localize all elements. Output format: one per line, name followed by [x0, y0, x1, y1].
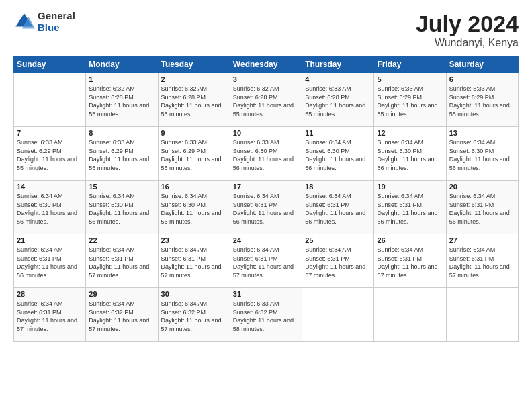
day-detail: Sunrise: 6:34 AMSunset: 6:30 PMDaylight:…	[89, 192, 154, 226]
day-number: 21	[17, 236, 83, 244]
day-detail: Sunrise: 6:34 AMSunset: 6:31 PMDaylight:…	[305, 192, 371, 226]
day-detail: Sunrise: 6:32 AMSunset: 6:28 PMDaylight:…	[161, 85, 227, 118]
calendar-week-row: 21Sunrise: 6:34 AMSunset: 6:31 PMDayligh…	[14, 234, 519, 288]
day-detail: Sunrise: 6:33 AMSunset: 6:32 PMDaylight:…	[233, 300, 299, 333]
logo-general: General	[38, 11, 75, 22]
day-number: 27	[449, 236, 515, 244]
sub-title: Wundanyi, Kenya	[416, 37, 519, 49]
day-number: 15	[89, 183, 154, 191]
calendar-cell	[446, 288, 518, 342]
day-number: 10	[233, 129, 299, 137]
calendar-cell: 14Sunrise: 6:34 AMSunset: 6:30 PMDayligh…	[14, 181, 86, 234]
calendar-day-header: Friday	[374, 56, 446, 73]
day-detail: Sunrise: 6:33 AMSunset: 6:29 PMDaylight:…	[377, 85, 443, 118]
day-detail: Sunrise: 6:32 AMSunset: 6:28 PMDaylight:…	[233, 85, 299, 118]
calendar-cell: 2Sunrise: 6:32 AMSunset: 6:28 PMDaylight…	[158, 73, 230, 127]
day-number: 23	[161, 236, 227, 244]
calendar-day-header: Thursday	[302, 56, 374, 73]
calendar-week-row: 7Sunrise: 6:33 AMSunset: 6:29 PMDaylight…	[14, 127, 519, 181]
day-detail: Sunrise: 6:34 AMSunset: 6:31 PMDaylight:…	[233, 192, 299, 226]
calendar-week-row: 14Sunrise: 6:34 AMSunset: 6:30 PMDayligh…	[14, 181, 519, 234]
day-number: 20	[449, 183, 515, 191]
calendar-cell: 10Sunrise: 6:33 AMSunset: 6:30 PMDayligh…	[230, 127, 302, 181]
calendar-day-header: Tuesday	[158, 56, 230, 73]
calendar-day-header: Sunday	[14, 56, 86, 73]
calendar-week-row: 28Sunrise: 6:34 AMSunset: 6:31 PMDayligh…	[14, 288, 519, 342]
calendar-cell: 1Sunrise: 6:32 AMSunset: 6:28 PMDaylight…	[86, 73, 158, 127]
day-number: 14	[17, 183, 83, 191]
calendar-cell: 6Sunrise: 6:33 AMSunset: 6:29 PMDaylight…	[446, 73, 518, 127]
day-number: 30	[161, 290, 227, 298]
calendar-cell: 22Sunrise: 6:34 AMSunset: 6:31 PMDayligh…	[86, 234, 158, 288]
day-number: 4	[305, 75, 371, 83]
calendar-cell: 17Sunrise: 6:34 AMSunset: 6:31 PMDayligh…	[230, 181, 302, 234]
day-detail: Sunrise: 6:32 AMSunset: 6:28 PMDaylight:…	[89, 85, 154, 118]
calendar-cell: 18Sunrise: 6:34 AMSunset: 6:31 PMDayligh…	[302, 181, 374, 234]
day-number: 7	[17, 129, 83, 137]
calendar-cell: 5Sunrise: 6:33 AMSunset: 6:29 PMDaylight…	[374, 73, 446, 127]
calendar-cell: 8Sunrise: 6:33 AMSunset: 6:29 PMDaylight…	[86, 127, 158, 181]
day-detail: Sunrise: 6:33 AMSunset: 6:29 PMDaylight:…	[161, 138, 227, 172]
calendar-cell: 9Sunrise: 6:33 AMSunset: 6:29 PMDaylight…	[158, 127, 230, 181]
calendar-cell	[302, 288, 374, 342]
day-number: 11	[305, 129, 371, 137]
calendar-cell: 3Sunrise: 6:32 AMSunset: 6:28 PMDaylight…	[230, 73, 302, 127]
day-detail: Sunrise: 6:34 AMSunset: 6:31 PMDaylight:…	[449, 192, 515, 226]
calendar-cell: 30Sunrise: 6:34 AMSunset: 6:32 PMDayligh…	[158, 288, 230, 342]
calendar-cell	[374, 288, 446, 342]
day-detail: Sunrise: 6:34 AMSunset: 6:31 PMDaylight:…	[377, 192, 443, 226]
calendar-header-row: SundayMondayTuesdayWednesdayThursdayFrid…	[14, 56, 519, 73]
calendar-cell: 16Sunrise: 6:34 AMSunset: 6:30 PMDayligh…	[158, 181, 230, 234]
calendar-table: SundayMondayTuesdayWednesdayThursdayFrid…	[13, 56, 519, 342]
day-detail: Sunrise: 6:34 AMSunset: 6:31 PMDaylight:…	[17, 300, 83, 333]
logo-text: General Blue	[38, 11, 75, 33]
day-number: 29	[89, 290, 154, 298]
day-detail: Sunrise: 6:34 AMSunset: 6:31 PMDaylight:…	[305, 246, 371, 279]
calendar-week-row: 1Sunrise: 6:32 AMSunset: 6:28 PMDaylight…	[14, 73, 519, 127]
calendar-cell: 28Sunrise: 6:34 AMSunset: 6:31 PMDayligh…	[14, 288, 86, 342]
day-detail: Sunrise: 6:34 AMSunset: 6:30 PMDaylight:…	[305, 138, 371, 172]
day-detail: Sunrise: 6:33 AMSunset: 6:30 PMDaylight:…	[233, 138, 299, 172]
day-number: 28	[17, 290, 83, 298]
calendar-day-header: Wednesday	[230, 56, 302, 73]
day-detail: Sunrise: 6:34 AMSunset: 6:31 PMDaylight:…	[449, 246, 515, 279]
day-number: 24	[233, 236, 299, 244]
calendar-cell: 21Sunrise: 6:34 AMSunset: 6:31 PMDayligh…	[14, 234, 86, 288]
day-number: 2	[161, 75, 227, 83]
title-block: July 2024 Wundanyi, Kenya	[416, 11, 519, 49]
day-detail: Sunrise: 6:34 AMSunset: 6:30 PMDaylight:…	[17, 192, 83, 226]
day-number: 22	[89, 236, 154, 244]
calendar-cell: 13Sunrise: 6:34 AMSunset: 6:30 PMDayligh…	[446, 127, 518, 181]
day-detail: Sunrise: 6:34 AMSunset: 6:30 PMDaylight:…	[377, 138, 443, 172]
day-detail: Sunrise: 6:34 AMSunset: 6:31 PMDaylight:…	[89, 246, 154, 279]
calendar-cell: 29Sunrise: 6:34 AMSunset: 6:32 PMDayligh…	[86, 288, 158, 342]
logo-icon	[13, 11, 35, 33]
calendar-cell: 31Sunrise: 6:33 AMSunset: 6:32 PMDayligh…	[230, 288, 302, 342]
main-title: July 2024	[416, 11, 519, 37]
day-number: 16	[161, 183, 227, 191]
calendar-day-header: Saturday	[446, 56, 518, 73]
calendar-cell: 20Sunrise: 6:34 AMSunset: 6:31 PMDayligh…	[446, 181, 518, 234]
day-detail: Sunrise: 6:34 AMSunset: 6:30 PMDaylight:…	[449, 138, 515, 172]
logo: General Blue	[13, 11, 75, 33]
logo-blue: Blue	[38, 22, 75, 34]
day-number: 1	[89, 75, 154, 83]
calendar-cell: 23Sunrise: 6:34 AMSunset: 6:31 PMDayligh…	[158, 234, 230, 288]
day-detail: Sunrise: 6:34 AMSunset: 6:32 PMDaylight:…	[161, 300, 227, 333]
day-number: 19	[377, 183, 443, 191]
day-detail: Sunrise: 6:33 AMSunset: 6:29 PMDaylight:…	[89, 138, 154, 172]
day-number: 13	[449, 129, 515, 137]
day-detail: Sunrise: 6:34 AMSunset: 6:31 PMDaylight:…	[17, 246, 83, 279]
day-number: 9	[161, 129, 227, 137]
day-detail: Sunrise: 6:33 AMSunset: 6:29 PMDaylight:…	[449, 85, 515, 118]
day-detail: Sunrise: 6:34 AMSunset: 6:31 PMDaylight:…	[377, 246, 443, 279]
day-detail: Sunrise: 6:34 AMSunset: 6:30 PMDaylight:…	[161, 192, 227, 226]
day-number: 6	[449, 75, 515, 83]
day-number: 5	[377, 75, 443, 83]
calendar-cell: 19Sunrise: 6:34 AMSunset: 6:31 PMDayligh…	[374, 181, 446, 234]
calendar-cell: 7Sunrise: 6:33 AMSunset: 6:29 PMDaylight…	[14, 127, 86, 181]
day-detail: Sunrise: 6:34 AMSunset: 6:31 PMDaylight:…	[161, 246, 227, 279]
calendar-cell: 25Sunrise: 6:34 AMSunset: 6:31 PMDayligh…	[302, 234, 374, 288]
calendar-cell: 12Sunrise: 6:34 AMSunset: 6:30 PMDayligh…	[374, 127, 446, 181]
day-number: 8	[89, 129, 154, 137]
